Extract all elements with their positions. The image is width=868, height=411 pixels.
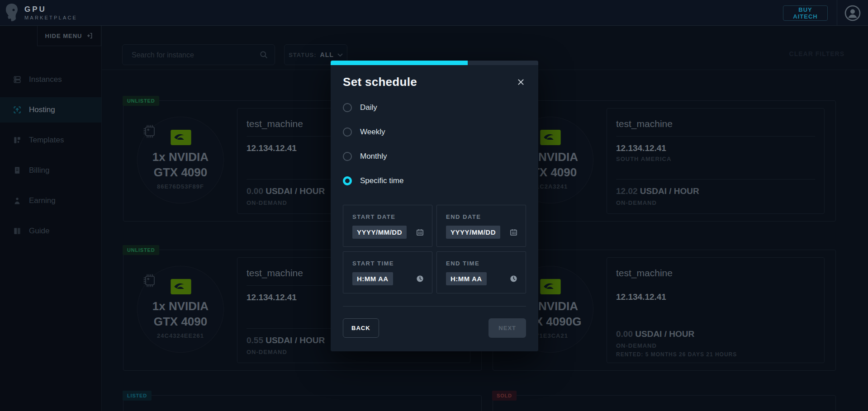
next-button[interactable]: NEXT [489,318,526,338]
price-value: 12.02 [616,186,638,196]
logo-title: GPU [24,5,77,14]
start-date-input[interactable]: YYYY/MM/DD [352,226,407,239]
sidebar-nav: Instances Hosting Templates Billing Earn… [0,67,101,244]
back-button[interactable]: BACK [343,318,379,338]
field-label: END DATE [446,213,517,220]
machine-region: SOUTH AMERICA [616,156,815,162]
chevron-down-icon [337,53,343,57]
machine-name: test_machine [616,268,815,279]
status-badge: UNLISTED [123,245,159,255]
radio-option-monthly[interactable]: Monthly [343,144,526,169]
end-time-field: END TIME H:MM AA [436,251,526,293]
modal-title: Set schedule [343,75,417,89]
schedule-options: Daily Weekly Monthly Specific time [343,95,526,193]
price-value: 0.00 [616,329,633,339]
status-label: STATUS: [289,52,316,58]
radio-icon [343,103,352,112]
book-icon [13,227,22,236]
price-value: 0.55 [247,335,263,345]
set-schedule-modal: Set schedule Daily Weekly Monthly [331,61,538,351]
logo: GPU MARKETPLACE [4,3,77,23]
sidebar: HIDE MENU Instances Hosting Templates Bi… [0,26,102,411]
calendar-icon[interactable] [416,228,424,236]
sidebar-item-earning[interactable]: Earning [0,188,101,213]
status-value: ALL [320,51,334,58]
price-unit: USDAI / HOUR [635,329,694,339]
status-badge: SOLD [492,391,517,401]
pricing-tier: ON-DEMAND [616,199,815,206]
user-avatar[interactable] [844,5,861,21]
price-row: 0.00 USDAI / HOUR [616,329,815,339]
receipt-icon [13,166,22,175]
schedule-fields: START DATE YYYY/MM/DD END DATE YYYY/MM/D… [343,205,526,293]
person-icon [844,5,861,21]
gpu-circle: 1x NVIDIA GTX 4090 86E76D53F89F [137,117,224,203]
sidebar-item-hosting[interactable]: Hosting [0,97,101,123]
radio-option-specific-time[interactable]: Specific time [343,169,526,193]
field-label: END TIME [446,260,517,267]
gpu-circle: 1x NVIDIA GTX 4090 24C4324EE261 [137,266,224,353]
sidebar-item-label: Billing [29,166,49,175]
sidebar-item-billing[interactable]: Billing [0,158,101,183]
hide-menu-button[interactable]: HIDE MENU [37,26,101,46]
server-icon [13,75,22,84]
gpu-id: 24C4324EE261 [138,332,223,339]
radio-label: Monthly [360,152,387,161]
cyborg-head-icon [4,3,20,23]
radio-option-daily[interactable]: Daily [343,95,526,120]
radio-icon [343,128,352,137]
sidebar-item-label: Hosting [29,105,55,114]
search-icon[interactable] [259,50,268,59]
sidebar-item-label: Guide [29,227,49,236]
hide-menu-label: HIDE MENU [45,33,82,39]
price-unit: USDAI / HOUR [266,186,325,196]
start-time-input[interactable]: H:MM AA [352,272,393,285]
gpu-card[interactable]: 1x NVIDIA GTX 4090G 371E3CA21 test_machi… [493,250,836,371]
start-date-field: START DATE YYYY/MM/DD [343,205,432,247]
modal-progress-fill [331,61,468,65]
gpu-name: 1x NVIDIA GTX 4090 [142,299,219,330]
search-input[interactable] [131,45,255,66]
status-badge: UNLISTED [123,96,159,106]
start-time-field: START TIME H:MM AA [343,251,432,293]
machine-info-panel: test_machine 12.134.12.41 SOUTH AMERICA … [607,108,825,214]
radio-option-weekly[interactable]: Weekly [343,120,526,144]
close-modal-button[interactable] [516,77,526,89]
rented-duration: RENTED: 5 MONTHS 26 DAYS 21 HOURS [616,351,815,358]
status-badge: LISTED [123,391,152,401]
field-label: START TIME [352,260,424,267]
clear-filters-button[interactable]: CLEAR FILTERS [787,50,847,58]
sidebar-item-guide[interactable]: Guide [0,218,101,244]
gpu-name: 1x NVIDIA GTX 4090 [142,150,219,180]
clock-icon[interactable] [416,275,424,283]
modal-divider [343,306,526,307]
gpu-card[interactable]: SOLD [493,395,836,411]
nvidia-logo-icon [171,130,191,145]
radio-label: Weekly [360,128,385,137]
sidebar-item-templates[interactable]: Templates [0,128,101,153]
end-date-input[interactable]: YYYY/MM/DD [446,226,500,239]
share-up-icon [13,105,22,114]
machine-ip: 12.134.12.41 [616,292,815,302]
layout-icon [13,136,22,145]
calendar-icon[interactable] [510,228,517,236]
price-unit: USDAI / HOUR [266,335,325,345]
radio-icon [343,176,352,185]
end-time-input[interactable]: H:MM AA [446,272,487,285]
person-money-icon [13,196,22,205]
header-divider [837,0,837,25]
clock-icon[interactable] [510,275,517,283]
search-box [122,44,275,65]
gpu-card[interactable]: LISTED [123,395,482,411]
price-value: 0.00 [247,186,263,196]
logo-subtitle: MARKETPLACE [24,15,77,20]
buy-aitech-button[interactable]: BUY AITECH [783,5,828,21]
gpu-card[interactable]: 1x NVIDIA GTX 4090 01C2A3241 test_machin… [493,100,836,222]
end-date-field: END DATE YYYY/MM/DD [436,205,526,247]
chip-icon [141,272,158,289]
sidebar-item-label: Earning [29,196,56,205]
field-label: START DATE [352,213,424,220]
price-unit: USDAI / HOUR [640,186,699,196]
sidebar-item-instances[interactable]: Instances [0,67,101,92]
nvidia-logo-icon [540,279,561,294]
